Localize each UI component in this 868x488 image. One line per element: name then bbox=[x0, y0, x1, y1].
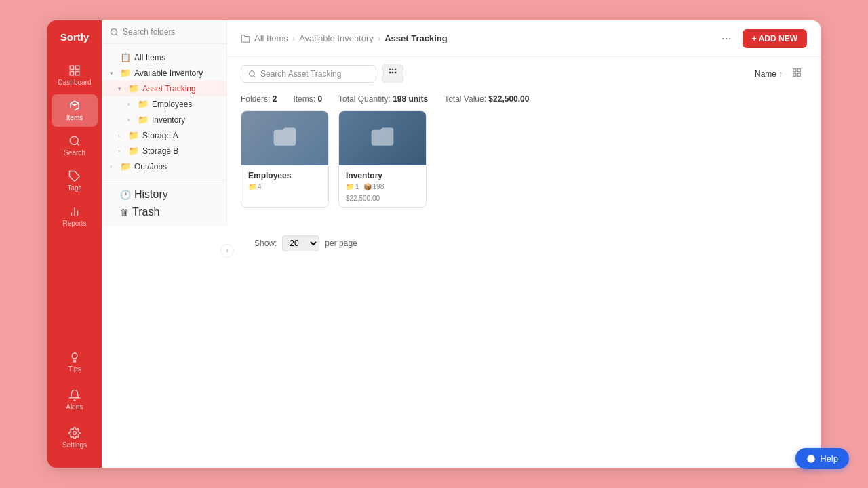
tree-item-employees[interactable]: › 📁 Employees bbox=[102, 96, 226, 112]
help-icon bbox=[806, 454, 816, 464]
available-inventory-folder-icon: 📁 bbox=[120, 68, 131, 78]
svg-rect-14 bbox=[395, 72, 396, 73]
gear-icon bbox=[68, 427, 81, 439]
sidebar-item-reports[interactable]: Reports bbox=[52, 200, 98, 232]
history-icon: 🕐 bbox=[120, 190, 131, 200]
lightbulb-icon bbox=[68, 351, 81, 363]
sidebar-item-tips[interactable]: Tips bbox=[52, 346, 98, 378]
inventory-meta-value: $22,500.00 bbox=[346, 195, 380, 202]
breadcrumb: All Items › Available Inventory › Asset … bbox=[241, 33, 711, 43]
per-page-select[interactable]: 20 50 100 bbox=[282, 235, 319, 251]
total-value-stat: Total Value: $22,500.00 bbox=[444, 94, 529, 104]
chart-icon bbox=[68, 205, 81, 218]
asset-tracking-folder-icon: 📁 bbox=[128, 83, 139, 94]
tree-item-storage-a[interactable]: › 📁 Storage A bbox=[102, 127, 226, 143]
folder-card-inventory[interactable]: Inventory 📁 1 📦 198 $22,500.00 bbox=[338, 110, 427, 208]
inventory-folder-name: Inventory bbox=[346, 171, 419, 180]
more-options-button[interactable]: ··· bbox=[716, 28, 737, 48]
svg-rect-17 bbox=[793, 73, 796, 76]
sidebar-item-dashboard[interactable]: Dashboard bbox=[52, 59, 98, 92]
content-area: Employees 📁 4 bbox=[227, 110, 821, 468]
layout-toggle-button[interactable] bbox=[787, 64, 807, 83]
main-content: All Items › Available Inventory › Asset … bbox=[227, 20, 821, 468]
file-panel: Search folders 📋 All Items ▾ 📁 Available… bbox=[102, 20, 227, 226]
logo: Sortly bbox=[60, 31, 90, 43]
svg-rect-16 bbox=[797, 69, 800, 72]
bell-icon bbox=[68, 389, 81, 401]
grid-icon bbox=[68, 64, 81, 77]
search-content-icon bbox=[248, 70, 256, 78]
tag-icon bbox=[68, 170, 81, 182]
svg-rect-12 bbox=[389, 72, 391, 73]
breadcrumb-available-inventory[interactable]: Available Inventory bbox=[299, 33, 374, 43]
tree-item-inventory[interactable]: › 📁 Inventory bbox=[102, 112, 226, 127]
tree-item-trash[interactable]: 🗑 Trash bbox=[102, 203, 226, 221]
all-items-icon: 📋 bbox=[120, 52, 131, 62]
tree-item-storage-b[interactable]: › 📁 Storage B bbox=[102, 143, 226, 159]
content-toolbar: Search Asset Tracking Name ↑ bbox=[227, 57, 821, 90]
sidebar-item-search[interactable]: Search bbox=[52, 129, 98, 162]
search-icon bbox=[68, 135, 81, 147]
folder-card-employees[interactable]: Employees 📁 4 bbox=[241, 110, 329, 208]
tree-item-asset-tracking[interactable]: ▾ 📁 Asset Tracking bbox=[102, 81, 226, 96]
grid-view-icon bbox=[388, 68, 397, 77]
topbar-actions: ··· + ADD NEW bbox=[716, 28, 807, 48]
toolbar-right: Name ↑ bbox=[755, 64, 807, 83]
svg-rect-0 bbox=[70, 66, 73, 69]
svg-point-7 bbox=[111, 28, 117, 35]
tree-item-history[interactable]: 🕐 History bbox=[102, 186, 226, 203]
sort-control[interactable]: Name ↑ bbox=[755, 69, 783, 79]
svg-point-4 bbox=[70, 136, 78, 144]
sidebar-item-items[interactable]: Items bbox=[52, 94, 98, 127]
inventory-folder-icon: 📁 bbox=[138, 115, 149, 125]
view-toggle bbox=[382, 64, 403, 83]
svg-point-8 bbox=[250, 70, 255, 76]
file-panel-bottom: 🕐 History 🗑 Trash bbox=[102, 180, 226, 226]
employees-folder-name: Employees bbox=[248, 171, 321, 180]
inventory-meta-qty: 📦 198 bbox=[363, 183, 384, 190]
trash-icon: 🗑 bbox=[120, 207, 129, 218]
app-container: Sortly Dashboard Items Search bbox=[47, 20, 821, 468]
svg-rect-3 bbox=[76, 72, 79, 75]
employees-folder-icon: 📁 bbox=[138, 99, 149, 109]
svg-rect-11 bbox=[395, 69, 396, 70]
folders-stat: Folders: 2 bbox=[241, 94, 277, 104]
inventory-meta-folders: 📁 1 bbox=[346, 183, 359, 190]
svg-rect-18 bbox=[797, 73, 800, 76]
inventory-folder-info: Inventory 📁 1 📦 198 $22,500.00 bbox=[339, 165, 426, 207]
sidebar: Sortly Dashboard Items Search bbox=[47, 20, 102, 468]
file-panel-wrapper: Search folders 📋 All Items ▾ 📁 Available… bbox=[102, 20, 227, 468]
breadcrumb-sep-1: › bbox=[292, 33, 295, 43]
topbar: All Items › Available Inventory › Asset … bbox=[227, 20, 821, 57]
breadcrumb-folder-icon bbox=[241, 34, 250, 43]
breadcrumb-sep-2: › bbox=[378, 33, 380, 43]
sidebar-item-tags[interactable]: Tags bbox=[52, 165, 98, 197]
help-button[interactable]: Help bbox=[795, 448, 849, 469]
svg-rect-1 bbox=[76, 66, 79, 69]
folder-thumb-employees bbox=[241, 111, 328, 165]
svg-rect-2 bbox=[70, 72, 73, 75]
storage-a-folder-icon: 📁 bbox=[128, 130, 139, 140]
tree-item-available-inventory[interactable]: ▾ 📁 Available Inventory bbox=[102, 65, 226, 81]
svg-rect-10 bbox=[392, 69, 393, 70]
employees-folder-info: Employees 📁 4 bbox=[241, 165, 328, 196]
grid-view-button[interactable] bbox=[382, 64, 403, 83]
pagination-bar: Show: 20 50 100 per page bbox=[241, 228, 807, 258]
tree-item-all-items[interactable]: 📋 All Items bbox=[102, 49, 226, 65]
search-asset-tracking[interactable]: Search Asset Tracking bbox=[241, 65, 376, 83]
storage-b-folder-icon: 📁 bbox=[128, 146, 139, 156]
breadcrumb-all-items[interactable]: All Items bbox=[254, 33, 288, 43]
layout-icon bbox=[792, 68, 802, 77]
out-jobs-folder-icon: 📁 bbox=[120, 161, 131, 171]
search-folders-icon bbox=[110, 28, 119, 37]
employees-folder-meta: 📁 4 bbox=[248, 183, 321, 190]
sidebar-item-settings[interactable]: Settings bbox=[52, 422, 98, 454]
add-new-button[interactable]: + ADD NEW bbox=[743, 29, 807, 48]
collapse-panel-button[interactable]: ‹ bbox=[220, 244, 234, 258]
inventory-thumb-icon bbox=[369, 123, 396, 153]
items-stat: Items: 0 bbox=[293, 94, 322, 104]
sidebar-item-alerts[interactable]: Alerts bbox=[52, 384, 98, 416]
svg-point-6 bbox=[73, 432, 77, 435]
search-folders-bar[interactable]: Search folders bbox=[102, 20, 226, 44]
tree-item-out-jobs[interactable]: › 📁 Out/Jobs bbox=[102, 159, 226, 174]
